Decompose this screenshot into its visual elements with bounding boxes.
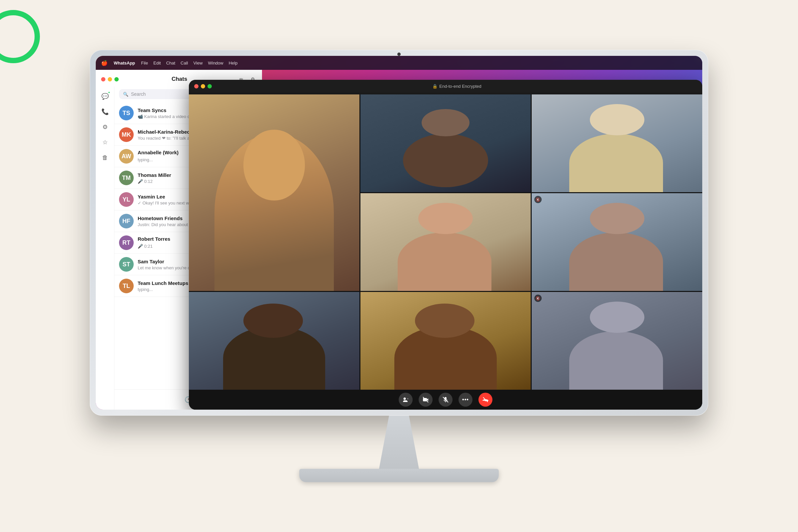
nav-chats[interactable]: 💬 [98, 90, 112, 103]
avatar-mkr: MK [119, 127, 134, 142]
chat-name: Thomas Miller [138, 172, 171, 178]
chat-preview: 🎤 0:21 [138, 244, 153, 249]
video-cell-5 [360, 193, 531, 291]
nav-settings[interactable]: ⚙ [98, 120, 112, 134]
nav-archived[interactable]: 🗑 [98, 151, 112, 164]
video-cell-2: 🔇 [360, 94, 531, 192]
traffic-lights [101, 77, 119, 81]
traffic-light-red[interactable] [101, 77, 106, 81]
video-grid: 🔇 [189, 94, 702, 390]
chat-name: Hometown Friends [138, 215, 183, 221]
traffic-light-yellow[interactable] [108, 77, 112, 81]
svg-text:+: + [407, 397, 408, 400]
video-call-window: 🔒 End-to-end Encrypted [189, 80, 702, 410]
traffic-light-green[interactable] [114, 77, 119, 81]
video-cell-8: 🔇 [532, 292, 702, 390]
chat-name: Team Syncs [138, 108, 166, 113]
search-placeholder: Search [131, 92, 146, 97]
encrypted-label: 🔒 End-to-end Encrypted [217, 84, 697, 89]
end-call-button[interactable] [478, 393, 492, 407]
call-tl-green[interactable] [208, 84, 212, 89]
stand-neck [366, 416, 432, 469]
menu-view[interactable]: View [193, 60, 203, 65]
call-tl-red[interactable] [194, 84, 198, 89]
imac-screen-bezel: 🍎 WhatsApp File Edit Chat Call View Wind… [90, 50, 708, 416]
video-cell-3 [532, 94, 702, 192]
chat-name: Sam Taylor [138, 259, 164, 264]
avatar-robert: RT [119, 235, 134, 250]
apple-menu[interactable]: 🍎 [101, 60, 108, 66]
video-cell-4 [189, 292, 359, 390]
left-nav: 💬 📞 ⚙ ☆ 🗑 [96, 87, 114, 410]
nav-calls[interactable]: 📞 [98, 105, 112, 118]
chats-badge [108, 91, 110, 94]
video-cell-7 [360, 292, 531, 390]
chat-name: Yasmin Lee [138, 194, 165, 200]
menu-call[interactable]: Call [180, 60, 188, 65]
menu-edit[interactable]: Edit [153, 60, 160, 65]
avatar-lunch: TL [119, 279, 134, 293]
menu-chat[interactable]: Chat [166, 60, 175, 65]
app-container: Chats ✏ ⚙ 💬 📞 [96, 70, 702, 410]
call-traffic-lights [194, 84, 212, 89]
avatar-hometown: HF [119, 214, 134, 228]
call-controls: + [189, 390, 702, 410]
menu-window[interactable]: Window [208, 60, 223, 65]
avatar-yasmin: YL [119, 192, 134, 207]
video-toggle-button[interactable] [419, 393, 433, 407]
avatar-sam: ST [119, 257, 134, 272]
macos-menubar: 🍎 WhatsApp File Edit Chat Call View Wind… [96, 56, 702, 70]
chat-name: Michael-Karina-Rebecca [138, 129, 195, 135]
avatar-team-syncs: TS [119, 106, 134, 120]
search-icon: 🔍 [123, 92, 128, 97]
add-participants-button[interactable]: + [399, 393, 413, 407]
menu-file[interactable]: File [141, 60, 148, 65]
avatar-thomas: TM [119, 171, 134, 185]
chat-name: Annabelle (Work) [138, 150, 178, 155]
stand-base [299, 469, 499, 482]
svg-point-0 [404, 398, 406, 400]
encrypted-text: End-to-end Encrypted [439, 84, 481, 89]
imac-display: 🍎 WhatsApp File Edit Chat Call View Wind… [90, 50, 708, 482]
camera-dot [397, 53, 401, 56]
more-options-button[interactable]: ••• [458, 393, 473, 407]
chat-name: Team Lunch Meetups [138, 280, 188, 286]
mute-button[interactable] [439, 393, 453, 407]
video-cell-1 [189, 94, 359, 291]
lock-icon: 🔒 [432, 84, 438, 89]
menu-items: File Edit Chat Call View Window Help [141, 60, 238, 65]
imac-screen: 🍎 WhatsApp File Edit Chat Call View Wind… [96, 56, 702, 410]
avatar-annabelle: AW [119, 149, 134, 164]
call-titlebar: 🔒 End-to-end Encrypted [189, 80, 702, 93]
app-name-menu[interactable]: WhatsApp [114, 60, 135, 65]
menu-help[interactable]: Help [229, 60, 238, 65]
imac-stand [299, 416, 499, 482]
chat-preview: typing... [138, 157, 153, 162]
decorative-green-circle [0, 10, 40, 63]
video-cell-6: 🔇 [532, 193, 702, 291]
call-tl-yellow[interactable] [201, 84, 205, 89]
nav-starred[interactable]: ☆ [98, 136, 112, 149]
chat-name: Robert Torres [138, 236, 170, 242]
